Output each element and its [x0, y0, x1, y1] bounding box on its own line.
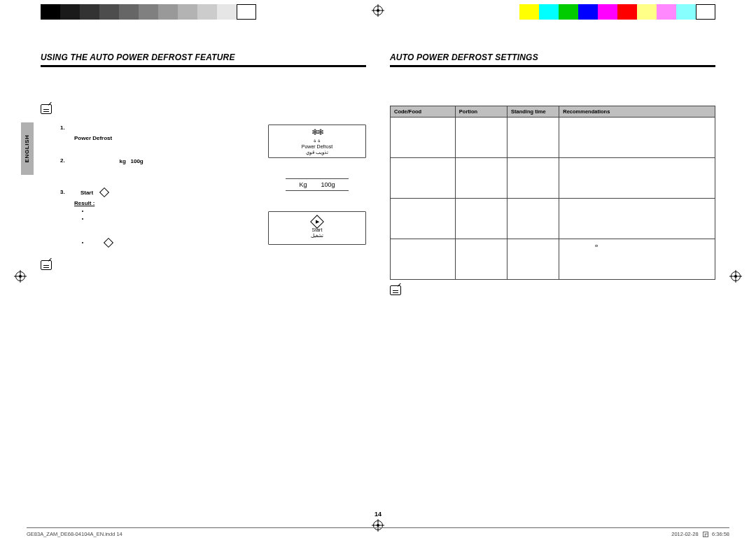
kg-bold: kg: [119, 158, 125, 164]
display-power-defrost: ❄❄ ة ة Power Defrost تذويب قوي: [268, 125, 366, 158]
footer-date: 2012-02-28: [671, 531, 698, 537]
note-2-text: / › " ": [56, 260, 123, 275]
th-recommendations: Recommendations: [559, 106, 715, 118]
footer-note-text: ›: [405, 285, 715, 300]
rgb-colorbar: [519, 4, 715, 20]
language-side-tab: ENGLISH: [21, 122, 34, 175]
table-row: ›› ››› › ›: [391, 199, 715, 239]
intro-text: /: [41, 77, 366, 99]
clock-icon: [703, 532, 708, 537]
display-start: ▶ Start تشغيل: [268, 211, 366, 245]
step-num: 2.: [60, 157, 69, 173]
snowflake-icon: ❄❄: [312, 127, 323, 137]
table-row: › ›› ››› › ›: [391, 118, 715, 158]
heading-rule: [41, 65, 366, 67]
display-weight: Kg100g: [268, 168, 366, 201]
start-diamond-icon: ▶: [310, 215, 324, 229]
step-num: 1.: [60, 125, 69, 143]
registration-mark-icon: [729, 270, 742, 283]
footer-time: 6:36:58: [712, 531, 729, 537]
registration-mark-icon: [14, 270, 27, 283]
defrost-sub-icon: ة ة: [314, 138, 321, 143]
note-icon: [41, 260, 52, 270]
note-icon: [41, 104, 52, 114]
g-label: 100g: [321, 181, 335, 188]
kg-label: Kg: [299, 181, 307, 188]
left-heading: USING THE AUTO POWER DEFROST FEATURE: [41, 52, 366, 62]
display-start-ar: تشغيل: [311, 233, 323, 239]
table-row: ›› ›› › ¤: [391, 239, 715, 280]
left-column: ENGLISH USING THE AUTO POWER DEFROST FEA…: [41, 52, 366, 306]
th-portion: Portion: [455, 106, 507, 118]
page: ENGLISH USING THE AUTO POWER DEFROST FEA…: [0, 0, 756, 554]
g-bold: 100g: [130, 158, 143, 164]
th-code-food: Code/Food: [391, 106, 456, 118]
registration-mark-icon: [372, 4, 384, 17]
settings-table: Code/Food Portion Standing time Recommen…: [390, 106, 715, 280]
display-label-ar: تذويب قوي: [306, 150, 328, 155]
table-row: ›› ››› › ›: [391, 158, 715, 199]
content-area: ENGLISH USING THE AUTO POWER DEFROST FEA…: [41, 52, 715, 505]
note-icon: [390, 285, 401, 295]
print-footer: GE83A_ZAM_DE68-04104A_EN.indd 14 2012-02…: [27, 527, 729, 537]
page-number: 14: [374, 511, 382, 518]
right-heading: AUTO POWER DEFROST SETTINGS: [390, 52, 715, 62]
grayscale-colorbar: [41, 4, 256, 20]
heading-rule: [390, 65, 715, 67]
settings-intro: [390, 77, 715, 99]
right-column: AUTO POWER DEFROST SETTINGS Code/Food Po…: [390, 52, 715, 306]
steps: ❄❄ ة ة Power Defrost تذويب قوي Kg100g ▶: [41, 125, 366, 306]
th-standing-time: Standing time: [507, 106, 559, 118]
display-label: Power Defrost: [302, 144, 332, 149]
table-header-row: Code/Food Portion Standing time Recommen…: [391, 106, 715, 118]
footer-note: ›: [390, 285, 715, 300]
step-3-label: Start: [80, 190, 93, 196]
step-1-label: Power Defrost: [74, 135, 112, 141]
footer-filename: GE83A_ZAM_DE68-04104A_EN.indd 14: [27, 531, 122, 537]
diamond-icon: [104, 237, 113, 247]
note-text: [56, 104, 57, 119]
language-label: ENGLISH: [24, 135, 31, 163]
diamond-icon: [99, 187, 109, 197]
note: [41, 104, 366, 119]
note-2: / › " ": [41, 260, 366, 275]
step-num: 3.: [60, 189, 69, 246]
display-previews: ❄❄ ة ة Power Defrost تذويب قوي Kg100g ▶: [268, 125, 366, 255]
snowflake-icon: ❄ ةة: [117, 133, 131, 141]
